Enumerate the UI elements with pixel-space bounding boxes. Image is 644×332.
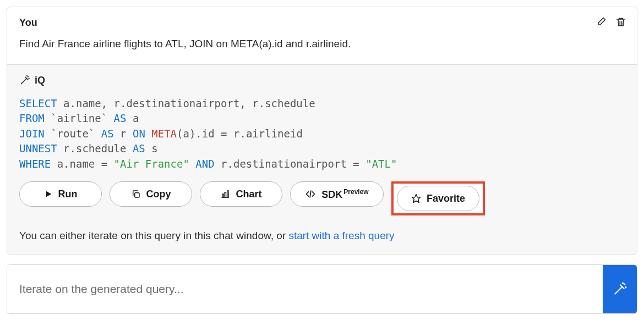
user-message-block: You Find Air France airline flights to A… (7, 7, 637, 65)
svg-point-1 (29, 78, 29, 79)
svg-rect-4 (222, 194, 223, 197)
fresh-query-link[interactable]: start with a fresh query (288, 230, 394, 241)
favorite-label: Favorite (427, 193, 465, 204)
svg-rect-5 (225, 192, 226, 197)
wand-icon (613, 282, 627, 296)
svg-rect-6 (227, 191, 228, 197)
user-prompt: Find Air France airline flights to ATL, … (19, 36, 625, 52)
sdk-label: SDKPreview (321, 188, 368, 201)
svg-point-8 (624, 284, 625, 285)
svg-point-2 (27, 75, 28, 76)
run-label: Run (58, 189, 78, 200)
footer-prefix: You can either iterate on this query in … (19, 230, 288, 241)
edit-icon[interactable] (595, 16, 607, 28)
run-button[interactable]: Run (19, 181, 102, 207)
iq-header: iQ (19, 75, 625, 86)
chart-label: Chart (236, 189, 261, 200)
svg-rect-3 (134, 193, 139, 197)
chat-card: You Find Air France airline flights to A… (7, 7, 637, 254)
iq-footer-text: You can either iterate on this query in … (19, 230, 625, 242)
favorite-button[interactable]: Favorite (397, 186, 479, 211)
wand-sparkle-icon (19, 75, 30, 86)
iq-response-block: iQ SELECT a.name, r.destinationairport, … (7, 65, 637, 254)
sql-code-block: SELECT a.name, r.destinationairport, r.s… (19, 96, 625, 172)
sdk-button[interactable]: SDKPreview (290, 181, 384, 207)
submit-button[interactable] (603, 265, 637, 313)
user-message-actions (595, 16, 627, 28)
copy-label: Copy (146, 189, 171, 200)
play-icon (44, 190, 53, 198)
copy-icon (131, 189, 141, 199)
copy-button[interactable]: Copy (110, 181, 192, 207)
chart-icon (220, 189, 230, 199)
iterate-input-card (7, 264, 637, 314)
user-header: You (19, 17, 625, 29)
chart-button[interactable]: Chart (200, 181, 282, 207)
action-button-row: Run Copy Chart SDKPreview (19, 181, 625, 215)
svg-point-0 (28, 76, 28, 77)
trash-icon[interactable] (615, 16, 627, 28)
star-icon (411, 193, 421, 203)
iterate-input[interactable] (7, 265, 603, 313)
favorite-highlight: Favorite (391, 181, 485, 215)
svg-point-9 (625, 287, 626, 287)
svg-point-10 (623, 283, 623, 284)
user-label: You (19, 17, 37, 29)
code-icon (305, 189, 316, 200)
svg-marker-7 (412, 195, 420, 203)
iq-label: iQ (35, 75, 45, 86)
